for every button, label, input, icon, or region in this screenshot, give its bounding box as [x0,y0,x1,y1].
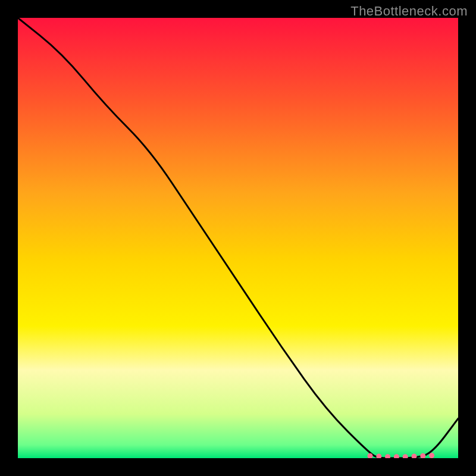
marker-dot [420,453,425,458]
marker-dot [429,453,434,458]
watermark-text: TheBottleneck.com [350,4,468,19]
marker-dot [403,454,408,458]
marker-dot [394,454,399,458]
marker-dot [412,454,417,458]
plot-area [18,18,458,458]
curve-line [18,18,458,458]
marker-dot [385,454,390,458]
chart-frame: TheBottleneck.com [0,0,476,476]
chart-overlay [18,18,458,458]
marker-dot [376,454,381,458]
